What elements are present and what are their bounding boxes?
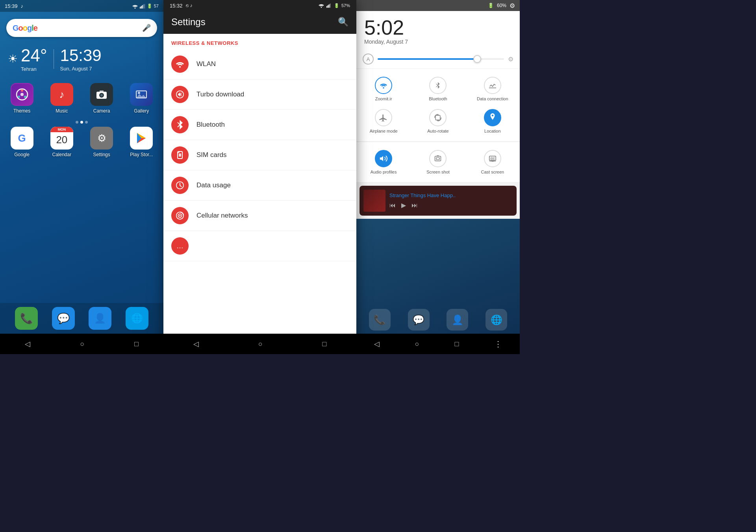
- right-dock-messages[interactable]: 💬: [408, 309, 430, 331]
- toggle-cast-label: Cast screen: [481, 170, 504, 174]
- quick-toggles-grid: Zoomit.ir Bluetooth: [356, 69, 520, 142]
- svg-point-8: [24, 96, 26, 98]
- app-google[interactable]: G Google: [4, 127, 40, 157]
- toggle-autorotate-icon: [429, 109, 447, 126]
- brightness-min-icon: A: [363, 54, 374, 65]
- toggle-data-icon: [484, 77, 501, 94]
- app-gallery[interactable]: Gallery: [124, 83, 159, 114]
- toggle-data[interactable]: Data connection: [465, 73, 520, 105]
- svg-point-46: [492, 115, 494, 116]
- toggle-location-icon: [484, 109, 501, 126]
- svg-point-41: [383, 87, 384, 89]
- gallery-icon: [130, 83, 153, 106]
- battery-pct: 57: [154, 4, 159, 8]
- data-usage-item[interactable]: Data usage: [163, 170, 356, 201]
- date: Sun, August 7: [60, 66, 102, 72]
- home-button[interactable]: ○: [80, 340, 85, 348]
- right-dock-browser[interactable]: 🌐: [485, 309, 507, 331]
- app-settings[interactable]: ⚙ Settings: [84, 127, 120, 157]
- settings-signal-icon: [326, 3, 332, 8]
- settings-wifi-icon: [318, 3, 324, 8]
- cellular-item[interactable]: Cellular networks: [163, 201, 356, 231]
- toggle-airplane[interactable]: Airplane mode: [356, 105, 411, 137]
- svg-point-18: [138, 92, 140, 94]
- bluetooth-item[interactable]: Bluetooth: [163, 110, 356, 140]
- weather-widget: ☀ 24° Tehran 15:39 Sun, August 7: [0, 42, 163, 75]
- svg-point-10: [20, 93, 24, 96]
- cellular-icon: [171, 207, 189, 224]
- settings-battery: 🔋: [334, 3, 339, 8]
- svg-rect-26: [329, 4, 330, 7]
- svg-marker-47: [380, 156, 383, 161]
- usb-icon: ⎋: [186, 3, 189, 8]
- dock-contacts[interactable]: 👤: [89, 307, 111, 330]
- divider: [54, 49, 54, 69]
- right-more-button[interactable]: ⋮: [494, 339, 502, 349]
- playstore-label: Play Stor...: [130, 152, 153, 157]
- bluetooth-icon: [171, 116, 189, 133]
- wlan-icon: [171, 55, 189, 73]
- toggle-screenshot[interactable]: Screen shot: [411, 146, 465, 178]
- media-prev-button[interactable]: ⏮: [389, 202, 396, 209]
- media-play-button[interactable]: ▶: [401, 201, 406, 209]
- google-search-bar[interactable]: Google 🎤: [6, 19, 157, 37]
- settings-panel: 15:32 ⎋ ♪ 🔋 57% Settings 🔍 Wireless & ne…: [163, 0, 356, 354]
- toggle-airplane-icon: [375, 109, 392, 126]
- right-recent-button[interactable]: □: [454, 340, 459, 348]
- toggle-screenshot-icon: [429, 150, 447, 167]
- calendar-label: Calendar: [52, 152, 72, 157]
- app-calendar[interactable]: MON 20 Calendar: [44, 127, 80, 157]
- toggle-airplane-label: Airplane mode: [370, 129, 398, 133]
- dock-messages[interactable]: 💬: [52, 307, 75, 330]
- app-themes[interactable]: Themes: [4, 83, 40, 114]
- themes-icon: [11, 83, 33, 106]
- toggle-location[interactable]: Location: [465, 105, 520, 137]
- toggle-audio[interactable]: Audio profiles: [356, 146, 411, 178]
- gear-button[interactable]: ⚙: [510, 2, 515, 9]
- recent-button[interactable]: □: [134, 340, 139, 348]
- svg-rect-45: [436, 115, 441, 120]
- settings-home-button[interactable]: ○: [258, 340, 263, 348]
- brightness-row: A ⚙: [356, 50, 520, 69]
- toggle-wifi[interactable]: Zoomit.ir: [356, 73, 411, 105]
- right-home-button[interactable]: ○: [415, 340, 419, 348]
- right-back-button[interactable]: ◁: [374, 340, 380, 348]
- sim-item[interactable]: SIM cards: [163, 140, 356, 170]
- settings-back-button[interactable]: ◁: [193, 340, 199, 348]
- brightness-bar[interactable]: [378, 58, 504, 60]
- toggle-bluetooth[interactable]: Bluetooth: [411, 73, 465, 105]
- toggle-location-label: Location: [484, 129, 501, 133]
- settings-label: Settings: [93, 152, 110, 157]
- toggle-wifi-icon: [375, 77, 392, 94]
- settings-recent-button[interactable]: □: [322, 340, 326, 348]
- wlan-item[interactable]: WLAN: [163, 49, 356, 79]
- svg-rect-24: [326, 6, 327, 7]
- brightness-fill: [378, 58, 479, 60]
- right-dock-contacts[interactable]: 👤: [447, 309, 468, 331]
- media-notification: Stranger Things Have Happ.. ⏮ ▶ ⏭: [359, 186, 517, 216]
- toggle-bluetooth-icon: [429, 77, 447, 94]
- dock-browser[interactable]: 🌐: [126, 307, 148, 330]
- toggle-autorotate[interactable]: Auto-rotate: [411, 105, 465, 137]
- app-playstore[interactable]: Play Stor...: [124, 127, 159, 157]
- left-nav-bar: ◁ ○ □: [0, 334, 163, 354]
- turbo-item[interactable]: Turbo download: [163, 79, 356, 110]
- settings-status-bar: 15:32 ⎋ ♪ 🔋 57%: [163, 0, 356, 11]
- sim-label: SIM cards: [196, 151, 227, 159]
- right-dock-phone[interactable]: 📞: [369, 309, 391, 331]
- cal-day-num: 20: [56, 134, 67, 146]
- settings-music-icon: ♪: [190, 3, 193, 8]
- media-next-button[interactable]: ⏭: [411, 202, 418, 209]
- dots-indicator: [0, 121, 163, 124]
- app-camera[interactable]: Camera: [84, 83, 120, 114]
- app-music[interactable]: ♪ Music: [44, 83, 80, 114]
- toggle-cast[interactable]: Cast screen: [465, 146, 520, 178]
- dock-phone[interactable]: 📞: [15, 307, 38, 330]
- settings-search-button[interactable]: 🔍: [338, 17, 348, 27]
- back-button[interactable]: ◁: [25, 340, 30, 348]
- more-item[interactable]: …: [163, 231, 356, 261]
- brightness-gear-button[interactable]: ⚙: [508, 55, 513, 63]
- svg-point-23: [321, 7, 322, 8]
- right-nav-bar: ◁ ○ □ ⋮: [356, 334, 520, 354]
- media-title: Stranger Things Have Happ..: [389, 192, 513, 198]
